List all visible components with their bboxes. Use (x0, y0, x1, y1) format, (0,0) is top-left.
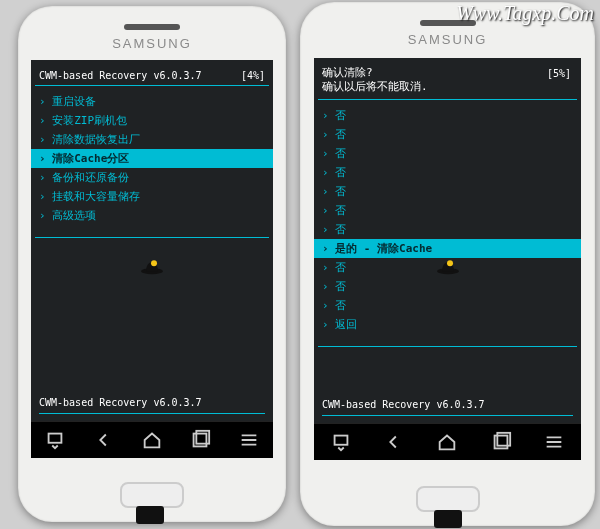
speaker (124, 24, 180, 30)
screen-left: CWM-based Recovery v6.0.3.7 [4%] › 重启设备›… (31, 60, 273, 458)
nav-menu-icon[interactable] (238, 429, 260, 451)
confirm-no-item[interactable]: › 否 (314, 220, 581, 239)
confirm-no-item[interactable]: › 否 (314, 125, 581, 144)
svg-point-6 (447, 260, 453, 266)
battery-indicator: [4%] (241, 70, 265, 81)
svg-point-1 (151, 260, 157, 266)
cwm-hat-icon (139, 251, 165, 277)
menu-item[interactable]: › 清除Cache分区 (31, 149, 273, 168)
divider (318, 99, 577, 100)
divider (35, 237, 269, 238)
confirm-no-item[interactable]: › 否 (314, 182, 581, 201)
confirm-no-item[interactable]: › 否 (314, 201, 581, 220)
home-button[interactable] (416, 486, 480, 512)
nav-recent-icon[interactable] (189, 429, 211, 451)
divider (39, 413, 265, 414)
nav-menu-icon[interactable] (543, 431, 565, 453)
confirm-no-item[interactable]: › 否 (314, 163, 581, 182)
svg-rect-7 (334, 436, 347, 445)
cwm-hat-icon (435, 251, 461, 277)
menu-item[interactable]: › 清除数据恢复出厂 (31, 130, 273, 149)
divider (35, 85, 269, 86)
nav-back-icon[interactable] (383, 431, 405, 453)
phone-right: SAMSUNG 确认清除? 确认以后将不能取消. [5%] › 否› 否› 否›… (300, 2, 595, 526)
screen-right: 确认清除? 确认以后将不能取消. [5%] › 否› 否› 否› 否› 否› 否… (314, 58, 581, 460)
recovery-title: CWM-based Recovery v6.0.3.7 (39, 70, 202, 81)
nav-back-icon[interactable] (93, 429, 115, 451)
confirm-no-item[interactable]: › 否 (314, 144, 581, 163)
navbar (31, 421, 273, 458)
confirm-back-item[interactable]: › 返回 (314, 315, 581, 334)
menu-item[interactable]: › 备份和还原备份 (31, 168, 273, 187)
nav-home-icon[interactable] (436, 431, 458, 453)
recovery-header: CWM-based Recovery v6.0.3.7 [4%] (31, 60, 273, 83)
home-button[interactable] (120, 482, 184, 508)
nav-recent-icon[interactable] (490, 431, 512, 453)
battery-indicator: [5%] (547, 68, 571, 79)
confirm-no-item[interactable]: › 否 (314, 106, 581, 125)
brand: SAMSUNG (300, 32, 595, 47)
divider (318, 346, 577, 347)
confirm-no-item[interactable]: › 否 (314, 277, 581, 296)
confirm-menu[interactable]: › 否› 否› 否› 否› 否› 否› 否› 是的 - 清除Cache› 否› … (314, 102, 581, 334)
nav-home-icon[interactable] (141, 429, 163, 451)
watermark: Www.Tagxp.Com (456, 2, 594, 25)
menu-item[interactable]: › 挂载和大容量储存 (31, 187, 273, 206)
footer-text: CWM-based Recovery v6.0.3.7 (39, 397, 202, 408)
brand: SAMSUNG (18, 36, 286, 51)
divider (322, 415, 573, 416)
menu-item[interactable]: › 重启设备 (31, 92, 273, 111)
confirm-no-item[interactable]: › 否 (314, 296, 581, 315)
menu-item[interactable]: › 安装ZIP刷机包 (31, 111, 273, 130)
navbar (314, 423, 581, 460)
nav-dropdown-icon[interactable] (44, 429, 66, 451)
footer-text: CWM-based Recovery v6.0.3.7 (322, 399, 485, 410)
phone-left: SAMSUNG CWM-based Recovery v6.0.3.7 [4%]… (18, 6, 286, 522)
usb-cable (434, 510, 462, 528)
svg-rect-2 (49, 434, 62, 443)
menu-item[interactable]: › 高级选项 (31, 206, 273, 225)
usb-cable (136, 506, 164, 524)
confirm-title: 确认清除? 确认以后将不能取消. (314, 58, 581, 95)
nav-dropdown-icon[interactable] (330, 431, 352, 453)
recovery-menu[interactable]: › 重启设备› 安装ZIP刷机包› 清除数据恢复出厂› 清除Cache分区› 备… (31, 88, 273, 225)
